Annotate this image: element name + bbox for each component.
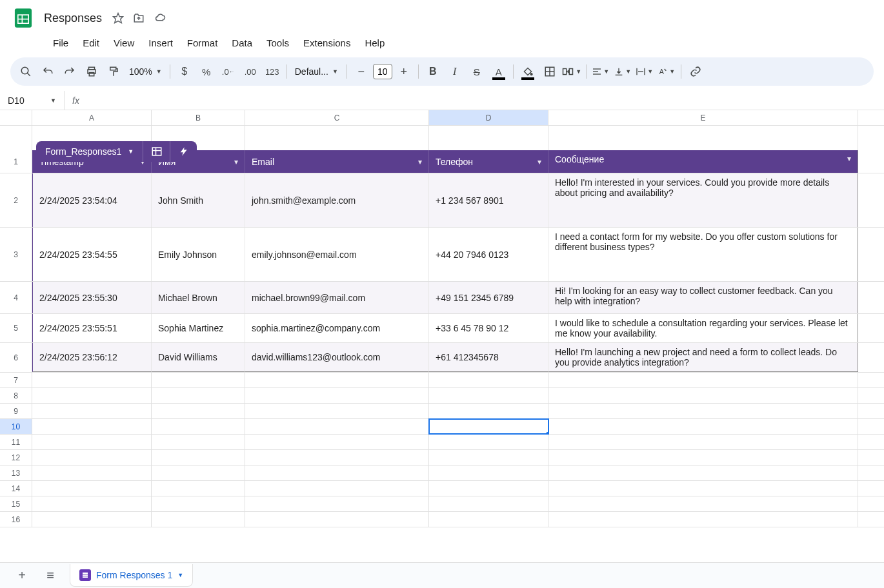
fill-color-icon[interactable] (517, 62, 538, 81)
cell[interactable] (429, 496, 548, 511)
row-header[interactable]: 7 (0, 373, 32, 387)
increase-font-icon[interactable]: + (394, 62, 414, 81)
redo-icon[interactable] (59, 62, 80, 81)
cell[interactable] (429, 435, 548, 449)
link-icon[interactable] (685, 62, 706, 81)
cell[interactable]: Michael Brown (152, 282, 245, 313)
cell[interactable] (152, 466, 245, 480)
cell[interactable] (245, 512, 429, 527)
cell[interactable]: I need a contact form for my website. Do… (548, 228, 858, 281)
cell[interactable]: Hi! I'm looking for an easy way to colle… (548, 282, 858, 313)
table-bolt-icon[interactable] (170, 141, 197, 162)
menu-insert[interactable]: Insert (142, 34, 179, 52)
cell[interactable]: John Smith (152, 173, 245, 227)
cell[interactable]: emily.johnson@email.com (245, 228, 429, 281)
doc-title[interactable]: Responses (44, 12, 102, 25)
percent-icon[interactable]: % (196, 62, 217, 81)
menu-view[interactable]: View (107, 34, 141, 52)
rotation-icon[interactable]: A▼ (656, 62, 677, 81)
cell[interactable] (548, 466, 858, 480)
cell[interactable]: 2/24/2025 23:55:30 (32, 282, 152, 313)
cloud-status-icon[interactable] (154, 12, 166, 24)
paint-format-icon[interactable] (103, 62, 124, 81)
cell[interactable] (152, 496, 245, 511)
col-header-C[interactable]: C (245, 110, 429, 125)
cell[interactable] (548, 388, 858, 403)
cell[interactable] (32, 419, 152, 434)
menu-format[interactable]: Format (181, 34, 225, 52)
move-icon[interactable] (133, 12, 145, 24)
row-header[interactable]: 12 (0, 450, 32, 465)
cell[interactable]: 2/24/2025 23:56:12 (32, 343, 152, 372)
cell[interactable] (32, 496, 152, 511)
cell[interactable] (548, 419, 858, 434)
v-align-icon[interactable]: ▼ (612, 62, 633, 81)
strikethrough-icon[interactable]: S (467, 62, 487, 81)
cell[interactable] (32, 435, 152, 449)
cell[interactable] (429, 404, 548, 418)
font-size-input[interactable] (373, 64, 392, 79)
row-header[interactable]: 14 (0, 481, 32, 496)
cell[interactable]: john.smith@example.com (245, 173, 429, 227)
cell[interactable]: I would like to schedule a consultation … (548, 314, 858, 342)
cell[interactable] (32, 466, 152, 480)
cell[interactable] (32, 388, 152, 403)
cell[interactable]: michael.brown99@mail.com (245, 282, 429, 313)
sheet-tab[interactable]: Form Responses 1 ▼ (70, 564, 193, 569)
cell[interactable]: +33 6 45 78 90 12 (429, 314, 548, 342)
row-header[interactable]: 6 (0, 343, 32, 372)
row-header[interactable]: 10 (0, 419, 32, 434)
table-header-cell[interactable]: Email▾ (245, 150, 429, 173)
decrease-decimal-icon[interactable]: .0← (218, 62, 239, 81)
cell[interactable]: Hello! I'm launching a new project and n… (548, 343, 858, 372)
cell[interactable] (245, 419, 429, 434)
cell[interactable] (32, 450, 152, 465)
select-all-corner[interactable] (0, 110, 32, 125)
cell[interactable] (245, 404, 429, 418)
menu-data[interactable]: Data (225, 34, 259, 52)
menu-edit[interactable]: Edit (76, 34, 106, 52)
cell[interactable] (245, 388, 429, 403)
cell[interactable] (429, 388, 548, 403)
row-header[interactable]: 16 (0, 512, 32, 527)
col-header-E[interactable]: E (548, 110, 858, 125)
cell[interactable] (429, 450, 548, 465)
cell[interactable] (152, 450, 245, 465)
spreadsheet-grid[interactable]: ABCDE Form_Responses1▼ 1Timestamp▾Имя▾Em… (0, 110, 884, 569)
table-header-cell[interactable]: Сообщение▾ (548, 150, 858, 173)
cell[interactable] (548, 512, 858, 527)
search-icon[interactable] (15, 62, 36, 81)
borders-icon[interactable] (539, 62, 560, 81)
row-header[interactable]: 1 (0, 150, 32, 173)
cell[interactable]: +49 151 2345 6789 (429, 282, 548, 313)
cell[interactable] (152, 512, 245, 527)
cell[interactable] (32, 373, 152, 387)
star-icon[interactable] (112, 12, 124, 24)
row-header[interactable]: 4 (0, 282, 32, 313)
menu-tools[interactable]: Tools (260, 34, 296, 52)
cell[interactable]: sophia.martinez@company.com (245, 314, 429, 342)
menu-file[interactable]: File (46, 34, 75, 52)
cell[interactable]: +61 412345678 (429, 343, 548, 372)
col-header-D[interactable]: D (429, 110, 548, 125)
selection-handle[interactable] (546, 432, 548, 434)
print-icon[interactable] (81, 62, 102, 81)
col-header-A[interactable]: A (32, 110, 152, 125)
cell[interactable] (548, 450, 858, 465)
filter-icon[interactable]: ▾ (537, 157, 541, 166)
cell[interactable] (548, 404, 858, 418)
cell[interactable] (429, 419, 548, 434)
cell[interactable] (548, 373, 858, 387)
cell[interactable] (32, 512, 152, 527)
cell[interactable]: 2/24/2025 23:55:51 (32, 314, 152, 342)
cell[interactable] (548, 435, 858, 449)
decrease-font-icon[interactable]: − (351, 62, 372, 81)
add-sheet-button[interactable]: + (13, 568, 31, 569)
cell[interactable] (429, 512, 548, 527)
filter-icon[interactable]: ▾ (847, 154, 851, 163)
cell[interactable] (32, 404, 152, 418)
row-header[interactable]: 8 (0, 388, 32, 403)
font-select[interactable]: Defaul...▼ (291, 66, 343, 77)
row-header[interactable]: 13 (0, 466, 32, 480)
cell[interactable]: Sophia Martinez (152, 314, 245, 342)
